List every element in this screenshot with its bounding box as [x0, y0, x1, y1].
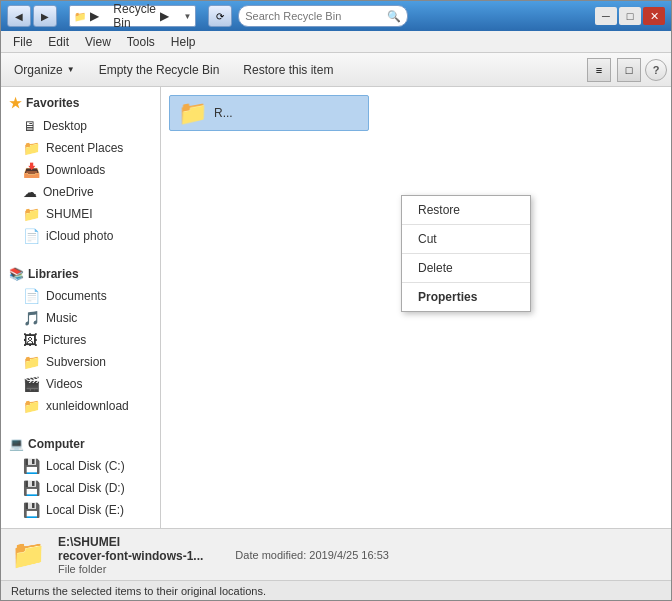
- menu-view[interactable]: View: [77, 33, 119, 51]
- sidebar-recent-places-label: Recent Places: [46, 141, 123, 155]
- sidebar-item-icloud[interactable]: 📄 iCloud photo: [1, 225, 160, 247]
- sidebar-shumei-label: SHUMEI: [46, 207, 93, 221]
- restore-btn-label: Restore this item: [243, 63, 333, 77]
- recent-places-icon: 📁: [23, 140, 40, 156]
- xunlei-icon: 📁: [23, 398, 40, 414]
- sidebar-local-disk-c-label: Local Disk (C:): [46, 459, 125, 473]
- sidebar-divider-3: [1, 525, 160, 528]
- refresh-button[interactable]: ⟳: [208, 5, 232, 27]
- file-item-recycle[interactable]: 📁 R...: [169, 95, 369, 131]
- shumei-icon: 📁: [23, 206, 40, 222]
- status-name: E:\SHUMEI: [58, 535, 203, 549]
- local-disk-c-icon: 💾: [23, 458, 40, 474]
- status-date-label: Date modified:: [235, 549, 306, 561]
- libraries-label: Libraries: [28, 267, 79, 281]
- context-menu: Restore Cut Delete Properties: [401, 195, 531, 312]
- computer-icon: 💻: [9, 437, 24, 451]
- sidebar-item-local-disk-e[interactable]: 💾 Local Disk (E:): [1, 499, 160, 521]
- search-bar[interactable]: 🔍: [238, 5, 408, 27]
- ctx-properties[interactable]: Properties: [402, 285, 530, 309]
- sidebar-item-local-disk-d[interactable]: 💾 Local Disk (D:): [1, 477, 160, 499]
- sidebar-item-local-disk-c[interactable]: 💾 Local Disk (C:): [1, 455, 160, 477]
- sidebar-onedrive-label: OneDrive: [43, 185, 94, 199]
- menu-tools[interactable]: Tools: [119, 33, 163, 51]
- sidebar-item-shumei[interactable]: 📁 SHUMEI: [1, 203, 160, 225]
- sidebar-item-recent-places[interactable]: 📁 Recent Places: [1, 137, 160, 159]
- computer-label: Computer: [28, 437, 85, 451]
- computer-header[interactable]: 💻 Computer: [1, 433, 160, 455]
- status-hint-text: Returns the selected items to their orig…: [11, 585, 266, 597]
- sidebar-desktop-label: Desktop: [43, 119, 87, 133]
- ctx-delete[interactable]: Delete: [402, 256, 530, 280]
- sidebar-downloads-label: Downloads: [46, 163, 105, 177]
- search-input[interactable]: [245, 10, 383, 22]
- organize-arrow-icon: ▼: [67, 65, 75, 74]
- sidebar-item-videos[interactable]: 🎬 Videos: [1, 373, 160, 395]
- status-folder-icon: 📁: [11, 538, 46, 571]
- restore-this-item-button[interactable]: Restore this item: [234, 59, 342, 81]
- address-text: Recycle Bin: [113, 2, 156, 30]
- main-content: ★ Favorites 🖥 Desktop 📁 Recent Places 📥 …: [1, 87, 671, 528]
- sidebar-item-pictures[interactable]: 🖼 Pictures: [1, 329, 160, 351]
- ctx-separator-1: [402, 224, 530, 225]
- videos-icon: 🎬: [23, 376, 40, 392]
- content-area: 📁 R... Restore Cut Delete Properties: [161, 87, 671, 528]
- back-button[interactable]: ◀: [7, 5, 31, 27]
- desktop-icon: 🖥: [23, 118, 37, 134]
- sidebar-item-xunlei[interactable]: 📁 xunleidownload: [1, 395, 160, 417]
- status-subname: recover-font-windows-1...: [58, 549, 203, 563]
- sidebar-item-music[interactable]: 🎵 Music: [1, 307, 160, 329]
- ctx-cut[interactable]: Cut: [402, 227, 530, 251]
- menu-edit[interactable]: Edit: [40, 33, 77, 51]
- close-button[interactable]: ✕: [643, 7, 665, 25]
- sidebar-item-desktop[interactable]: 🖥 Desktop: [1, 115, 160, 137]
- ctx-separator-2: [402, 253, 530, 254]
- toolbar-right: ≡ □ ?: [587, 58, 667, 82]
- status-meta: Date modified: 2019/4/25 16:53: [235, 549, 389, 561]
- sidebar-item-documents[interactable]: 📄 Documents: [1, 285, 160, 307]
- forward-button[interactable]: ▶: [33, 5, 57, 27]
- maximize-button[interactable]: □: [619, 7, 641, 25]
- view-toggle-button[interactable]: □: [617, 58, 641, 82]
- nav-buttons: ◀ ▶: [7, 5, 57, 27]
- address-folder-icon: 📁: [74, 11, 86, 22]
- libraries-section: 📚 Libraries 📄 Documents 🎵 Music 🖼 Pictur…: [1, 259, 160, 421]
- status-bottom: Returns the selected items to their orig…: [1, 580, 671, 600]
- ctx-separator-3: [402, 282, 530, 283]
- music-icon: 🎵: [23, 310, 40, 326]
- menu-bar: File Edit View Tools Help: [1, 31, 671, 53]
- address-bar[interactable]: 📁 ▶ Recycle Bin ▶ ▼: [69, 5, 196, 27]
- sidebar-item-onedrive[interactable]: ☁ OneDrive: [1, 181, 160, 203]
- title-controls: ─ □ ✕: [595, 7, 665, 25]
- help-button[interactable]: ?: [645, 59, 667, 81]
- sidebar-documents-label: Documents: [46, 289, 107, 303]
- pictures-icon: 🖼: [23, 332, 37, 348]
- sidebar-item-downloads[interactable]: 📥 Downloads: [1, 159, 160, 181]
- documents-icon: 📄: [23, 288, 40, 304]
- address-prefix: ▶: [90, 9, 109, 23]
- minimize-button[interactable]: ─: [595, 7, 617, 25]
- favorites-header[interactable]: ★ Favorites: [1, 91, 160, 115]
- toolbar: Organize ▼ Empty the Recycle Bin Restore…: [1, 53, 671, 87]
- libraries-icon: 📚: [9, 267, 24, 281]
- computer-section: 💻 Computer 💾 Local Disk (C:) 💾 Local Dis…: [1, 429, 160, 525]
- organize-button[interactable]: Organize ▼: [5, 59, 84, 81]
- search-icon[interactable]: 🔍: [387, 10, 401, 23]
- menu-help[interactable]: Help: [163, 33, 204, 51]
- sidebar-divider-1: [1, 251, 160, 259]
- sidebar-xunlei-label: xunleidownload: [46, 399, 129, 413]
- menu-file[interactable]: File: [5, 33, 40, 51]
- sidebar-subversion-label: Subversion: [46, 355, 106, 369]
- address-dropdown-icon[interactable]: ▼: [183, 12, 191, 21]
- title-bar: ◀ ▶ 📁 ▶ Recycle Bin ▶ ▼ ⟳ 🔍 ─ □ ✕: [1, 1, 671, 31]
- sidebar-pictures-label: Pictures: [43, 333, 86, 347]
- sidebar-local-disk-d-label: Local Disk (D:): [46, 481, 125, 495]
- status-type: File folder: [58, 563, 203, 575]
- empty-recycle-bin-button[interactable]: Empty the Recycle Bin: [90, 59, 229, 81]
- libraries-header[interactable]: 📚 Libraries: [1, 263, 160, 285]
- ctx-restore[interactable]: Restore: [402, 198, 530, 222]
- view-options-button[interactable]: ≡: [587, 58, 611, 82]
- sidebar-divider-2: [1, 421, 160, 429]
- sidebar-item-subversion[interactable]: 📁 Subversion: [1, 351, 160, 373]
- sidebar-icloud-label: iCloud photo: [46, 229, 113, 243]
